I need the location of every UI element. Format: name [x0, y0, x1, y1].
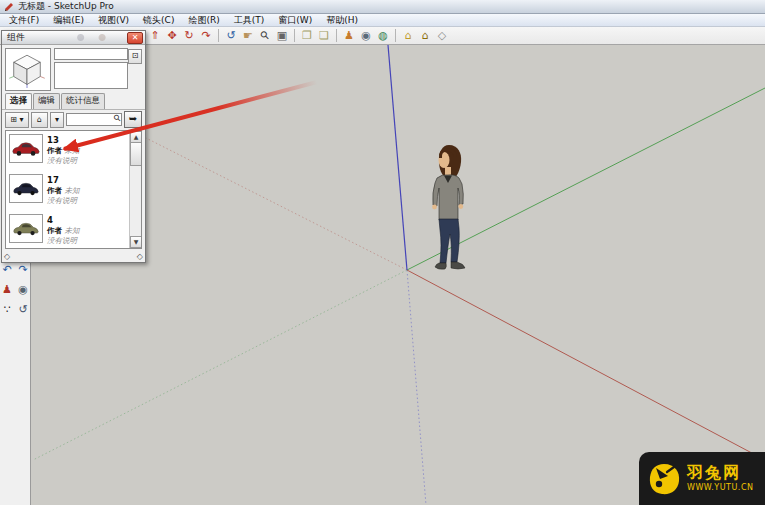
components-list: 13 作者 未知 没有说明 17 作者 未知 没有说明: [5, 130, 142, 249]
list-item[interactable]: 4 作者 未知 没有说明: [6, 211, 130, 249]
get-models-icon[interactable]: ⌂: [400, 28, 416, 43]
details-arrow-icon[interactable]: ➥: [124, 111, 142, 128]
list-item[interactable]: 13 作者 未知 没有说明: [6, 131, 130, 171]
orbit-icon[interactable]: ↺: [223, 28, 239, 43]
previous-view-icon[interactable]: ↶: [0, 263, 14, 277]
component-description-field[interactable]: [54, 62, 128, 89]
car-olive-icon: [12, 220, 40, 238]
next-view-icon[interactable]: ↷: [16, 263, 30, 277]
next-view-icon[interactable]: ❏: [316, 28, 332, 43]
zoom-icon[interactable]: ⚲: [254, 25, 276, 47]
component-meta: 4 作者 未知 没有说明: [47, 214, 79, 249]
pane-toggle-left-icon[interactable]: ◇: [4, 252, 10, 261]
watermark-text: 羽兔网 WWW.YUTU.CN: [687, 465, 753, 492]
yutu-logo-icon: [647, 462, 681, 496]
component-description: 没有说明: [47, 236, 79, 246]
components-panel-title: 组件: [7, 31, 25, 44]
menu-edit[interactable]: 编辑(E): [46, 14, 91, 27]
car-red-icon: [11, 139, 41, 159]
panel-bottom-bar: ◇ ◇: [4, 250, 143, 262]
view-options-icon[interactable]: ⊞ ▾: [5, 112, 29, 128]
menu-view[interactable]: 视图(V): [91, 14, 136, 27]
component-author: 作者 未知: [47, 186, 79, 196]
tab-statistics[interactable]: 统计信息: [61, 93, 105, 109]
home-icon[interactable]: ⌂: [31, 112, 48, 128]
toolbar-separator: [218, 29, 219, 42]
window-title: 无标题 - SketchUp Pro: [18, 0, 114, 13]
warehouse-box-icon[interactable]: ◇: [434, 28, 450, 43]
tab-edit[interactable]: 编辑: [33, 93, 60, 109]
walk-icon[interactable]: ∵: [0, 303, 14, 317]
component-description: 没有说明: [47, 196, 79, 206]
sketchup-logo-icon: [4, 2, 14, 12]
component-meta: 17 作者 未知 没有说明: [47, 174, 79, 209]
orbit-icon[interactable]: ↺: [16, 303, 30, 317]
watermark-site-url: WWW.YUTU.CN: [687, 484, 753, 492]
position-camera-icon[interactable]: ♟: [341, 28, 357, 43]
component-name-field[interactable]: [54, 48, 128, 60]
toolbar-separator: [336, 29, 337, 42]
menu-bar: 文件(F) 编辑(E) 视图(V) 镜头(C) 绘图(R) 工具(T) 窗口(W…: [0, 14, 765, 27]
component-preview-row: ⊡: [2, 45, 145, 92]
component-id: 4: [47, 215, 79, 226]
components-tabs: 选择 编辑 统计信息: [2, 92, 145, 110]
menu-draw[interactable]: 绘图(R): [181, 14, 226, 27]
scrollbar-thumb[interactable]: [130, 142, 142, 166]
component-id: 17: [47, 175, 79, 186]
components-panel-titlebar[interactable]: 组件 ✕: [2, 31, 145, 45]
menu-help[interactable]: 帮助(H): [319, 14, 365, 27]
menu-file[interactable]: 文件(F): [2, 14, 46, 27]
chevron-down-icon[interactable]: ▾: [50, 112, 64, 128]
watermark-site-name: 羽兔网: [687, 465, 753, 482]
toolbar-separator: [294, 29, 295, 42]
list-scrollbar[interactable]: ▲ ▼: [129, 131, 141, 248]
move-icon[interactable]: ✥: [164, 28, 180, 43]
components-panel: 组件 ✕ ⊡ 选择 编辑 统计信息 ⊞ ▾ ⌂ ▾ ⚲: [1, 30, 146, 263]
scroll-down-icon[interactable]: ▼: [130, 236, 142, 248]
rotate-icon[interactable]: ↻: [181, 28, 197, 43]
component-preview-thumbnail: [5, 48, 51, 91]
toolbar-separator: [395, 29, 396, 42]
push-pull-icon[interactable]: ⇑: [147, 28, 163, 43]
window-titlebar: 无标题 - SketchUp Pro: [0, 0, 765, 14]
component-thumbnail[interactable]: [9, 134, 43, 163]
component-thumbnail[interactable]: [9, 174, 43, 203]
google-earth-icon[interactable]: ◍: [375, 28, 391, 43]
components-list-items: 13 作者 未知 没有说明 17 作者 未知 没有说明: [6, 131, 130, 248]
look-around-icon[interactable]: ◉: [358, 28, 374, 43]
secondary-pane-icon[interactable]: ⊡: [128, 49, 142, 64]
component-thumbnail[interactable]: [9, 214, 43, 243]
component-meta: 13 作者 未知 没有说明: [47, 134, 79, 169]
pane-toggle-right-icon[interactable]: ◇: [137, 252, 143, 261]
component-description: 没有说明: [47, 156, 79, 166]
zoom-extents-icon[interactable]: ▣: [274, 28, 290, 43]
watermark-badge: 羽兔网 WWW.YUTU.CN: [639, 452, 765, 505]
component-id: 13: [47, 135, 79, 146]
components-controls: ⊞ ▾ ⌂ ▾ ⚲ ➥: [2, 110, 145, 129]
component-author: 作者 未知: [47, 146, 79, 156]
search-wrap: ⚲: [66, 113, 122, 126]
previous-view-icon[interactable]: ❐: [299, 28, 315, 43]
component-author: 作者 未知: [47, 226, 79, 236]
position-camera-icon[interactable]: ♟: [0, 283, 14, 297]
list-item[interactable]: 17 作者 未知 没有说明: [6, 171, 130, 211]
follow-me-icon[interactable]: ↷: [198, 28, 214, 43]
share-models-icon[interactable]: ⌂: [417, 28, 433, 43]
cube-preview-icon: [6, 49, 48, 88]
tab-select[interactable]: 选择: [5, 93, 32, 109]
car-dark-icon: [12, 180, 40, 198]
look-around-icon[interactable]: ◉: [16, 283, 30, 297]
menu-camera[interactable]: 镜头(C): [136, 14, 181, 27]
close-icon[interactable]: ✕: [127, 32, 143, 44]
menu-window[interactable]: 窗口(W): [271, 14, 319, 27]
